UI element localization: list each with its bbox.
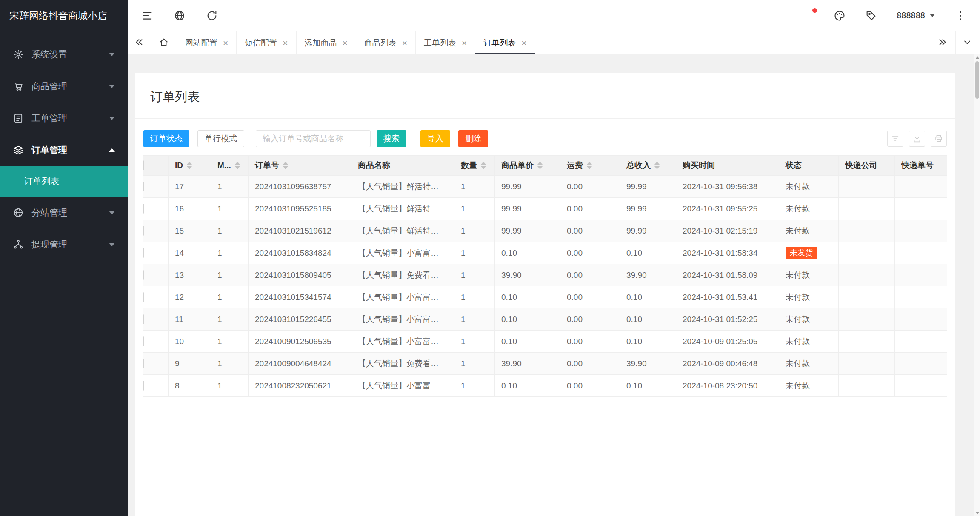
theme-icon[interactable] bbox=[834, 10, 846, 22]
close-icon[interactable]: × bbox=[223, 38, 228, 47]
tab-product-list[interactable]: 商品列表× bbox=[356, 31, 416, 54]
row-checkbox[interactable] bbox=[143, 182, 144, 191]
select-all-checkbox[interactable] bbox=[143, 160, 144, 170]
sidebar-subitem-order-list[interactable]: 订单列表 bbox=[0, 166, 128, 197]
cell-order_no: 20241009004648424 bbox=[249, 353, 351, 375]
sidebar-item-orders[interactable]: 订单管理 bbox=[0, 134, 128, 166]
row-checkbox[interactable] bbox=[143, 248, 144, 258]
tab-workorder-list[interactable]: 工单列表× bbox=[416, 31, 475, 54]
row-checkbox[interactable] bbox=[143, 381, 144, 391]
row-checkbox[interactable] bbox=[143, 336, 144, 346]
close-icon[interactable]: × bbox=[283, 38, 288, 47]
row-checkbox-cell bbox=[143, 242, 169, 264]
cell-time: 2024-10-31 01:52:25 bbox=[676, 308, 779, 331]
filter-columns-button[interactable] bbox=[887, 131, 903, 147]
cell-shipping: 0.00 bbox=[560, 176, 620, 198]
vertical-scrollbar[interactable] bbox=[974, 54, 980, 516]
cell-id: 16 bbox=[169, 198, 211, 220]
close-icon[interactable]: × bbox=[343, 38, 348, 47]
sort-icon[interactable] bbox=[187, 162, 192, 169]
close-icon[interactable]: × bbox=[402, 38, 407, 47]
row-checkbox[interactable] bbox=[143, 292, 144, 302]
cell-shipping: 0.00 bbox=[560, 286, 620, 308]
card-header: 订单列表 bbox=[135, 73, 955, 119]
export-button[interactable] bbox=[909, 131, 925, 147]
scroll-up-arrow-icon[interactable] bbox=[976, 56, 979, 59]
sort-desc-icon bbox=[654, 166, 660, 169]
user-menu[interactable]: 888888 bbox=[897, 11, 935, 20]
globe-icon[interactable] bbox=[174, 10, 186, 22]
row-checkbox[interactable] bbox=[143, 226, 144, 236]
sort-icon[interactable] bbox=[537, 162, 543, 169]
row-checkbox[interactable] bbox=[143, 314, 144, 324]
single-line-mode-button[interactable]: 单行模式 bbox=[197, 130, 244, 147]
cell-product: 【人气销量】免费看… bbox=[351, 353, 454, 375]
tab-add-product[interactable]: 添加商品× bbox=[297, 31, 356, 54]
vertical-scrollbar-thumb[interactable] bbox=[975, 61, 979, 99]
sort-icon[interactable] bbox=[283, 162, 288, 169]
cell-price: 0.10 bbox=[495, 242, 560, 264]
sort-icon[interactable] bbox=[654, 162, 660, 169]
cell-shipping: 0.00 bbox=[560, 242, 620, 264]
row-checkbox[interactable] bbox=[143, 204, 144, 214]
cell-price: 99.99 bbox=[495, 220, 560, 242]
home-tab-button[interactable] bbox=[152, 31, 177, 54]
import-button[interactable]: 导入 bbox=[420, 130, 450, 147]
cell-time: 2024-10-31 01:58:34 bbox=[676, 242, 779, 264]
delete-button[interactable]: 删除 bbox=[458, 130, 488, 147]
scroll-tabs-right-button[interactable] bbox=[931, 31, 955, 54]
refresh-icon[interactable] bbox=[206, 10, 218, 22]
sort-desc-icon bbox=[537, 166, 543, 169]
cell-express_no bbox=[895, 198, 947, 220]
cell-income: 0.10 bbox=[620, 331, 676, 353]
sidebar-item-withdraw[interactable]: 提现管理 bbox=[0, 228, 128, 260]
scroll-down-arrow-icon[interactable] bbox=[976, 512, 979, 514]
table-row: 15120241031021519612【人气销量】鲜活特…199.990.00… bbox=[143, 220, 947, 242]
search-input[interactable] bbox=[256, 130, 371, 147]
chevron-down-icon bbox=[109, 117, 115, 120]
sort-icon[interactable] bbox=[481, 162, 486, 169]
table-body: 17120241031095638757【人气销量】鲜活特…199.990.00… bbox=[143, 176, 947, 397]
sidebar-item-substation[interactable]: 分站管理 bbox=[0, 197, 128, 228]
tab-label: 短信配置 bbox=[245, 37, 277, 48]
column-label: 状态 bbox=[786, 160, 802, 171]
cell-qty: 1 bbox=[454, 375, 495, 397]
close-icon[interactable]: × bbox=[521, 38, 526, 47]
sidebar-item-goods[interactable]: 商品管理 bbox=[0, 70, 128, 102]
table-head: IDM...订单号商品名称数量商品单价运费总收入购买时间状态快递公司快递单号 bbox=[143, 156, 947, 176]
cell-product: 【人气销量】鲜活特… bbox=[351, 176, 454, 198]
column-label: 总收入 bbox=[626, 160, 651, 171]
cell-m: 1 bbox=[211, 176, 249, 198]
collapse-sidebar-icon[interactable] bbox=[141, 10, 153, 22]
cell-m: 1 bbox=[211, 286, 249, 308]
cell-price: 39.90 bbox=[495, 264, 560, 286]
cell-qty: 1 bbox=[454, 198, 495, 220]
close-icon[interactable]: × bbox=[462, 38, 467, 47]
column-label: 运费 bbox=[567, 160, 583, 171]
cell-qty: 1 bbox=[454, 220, 495, 242]
sort-icon[interactable] bbox=[587, 162, 592, 169]
order-status-button[interactable]: 订单状态 bbox=[143, 130, 189, 147]
tab-order-list[interactable]: 订单列表× bbox=[475, 31, 535, 54]
sidebar-item-system[interactable]: 系统设置 bbox=[0, 38, 128, 70]
more-vertical-icon[interactable] bbox=[954, 10, 966, 22]
row-checkbox[interactable] bbox=[143, 270, 144, 280]
row-checkbox[interactable] bbox=[143, 359, 144, 368]
tab-actions-button[interactable] bbox=[955, 31, 980, 54]
sort-desc-icon bbox=[235, 166, 240, 169]
table-row: 10120241009012506535【人气销量】小富富…10.100.000… bbox=[143, 331, 947, 353]
search-button[interactable]: 搜索 bbox=[377, 130, 406, 147]
cell-express_no bbox=[895, 286, 947, 308]
cell-m: 1 bbox=[211, 308, 249, 331]
bell-icon[interactable] bbox=[802, 10, 814, 22]
tag-icon[interactable] bbox=[865, 10, 877, 22]
print-button[interactable] bbox=[931, 131, 947, 147]
tab-sms-config[interactable]: 短信配置× bbox=[237, 31, 296, 54]
row-checkbox-cell bbox=[143, 176, 169, 198]
scroll-tabs-left-button[interactable] bbox=[128, 31, 152, 54]
column-header-inner: M... bbox=[217, 161, 242, 170]
sidebar-item-workorder[interactable]: 工单管理 bbox=[0, 102, 128, 134]
sort-icon[interactable] bbox=[235, 162, 240, 169]
main-area: 888888 网站配置×短信配置×添加商品×商品列表×工单列表×订单列表× 订单… bbox=[128, 0, 980, 516]
tab-site-config[interactable]: 网站配置× bbox=[177, 31, 237, 54]
